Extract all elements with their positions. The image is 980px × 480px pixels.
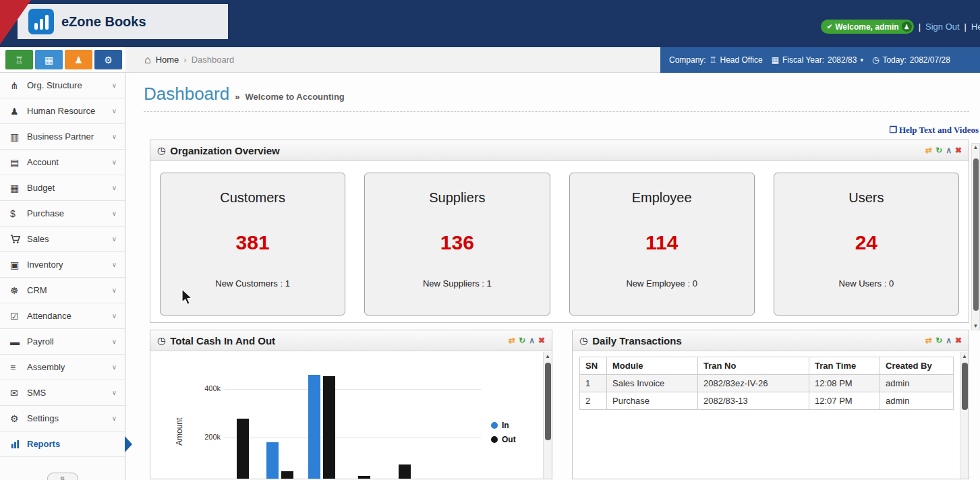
close-icon[interactable]: ✖ <box>955 146 962 155</box>
sidebar-item-settings[interactable]: ⚙ Settings ∨ <box>0 406 125 431</box>
sidebar-item-account[interactable]: ▤ Account ∨ <box>0 150 125 175</box>
page-heading: Dashboard » Welcome to Accounting <box>144 84 969 104</box>
users-button[interactable]: ♟ <box>65 50 92 69</box>
divider: | <box>964 22 967 32</box>
sidebar-item-budget[interactable]: ▦ Budget ∨ <box>0 175 125 201</box>
collapse-icon[interactable]: ∧ <box>529 336 535 345</box>
chevron-down-icon: ▾ <box>860 57 863 63</box>
table-header-cell: Created By <box>880 357 954 375</box>
scrollbar-thumb[interactable] <box>545 363 551 440</box>
sidebar-item-label: Org. Structure <box>27 80 112 90</box>
refresh-icon[interactable]: ↻ <box>935 336 942 345</box>
close-icon[interactable]: ✖ <box>955 336 962 345</box>
sidebar-item-label: Settings <box>27 413 112 423</box>
scroll-down-icon[interactable]: ▼ <box>972 323 979 329</box>
chart-bar-out <box>358 476 370 479</box>
sidebar-item-inventory[interactable]: ▣ Inventory ∨ <box>0 252 125 278</box>
sidebar-item-purchase[interactable]: $ Purchase ∨ <box>0 201 125 227</box>
sidebar-item-sales[interactable]: Sales ∨ <box>0 227 125 252</box>
sidebar-item-business-partner[interactable]: ▥ Business Partner ∨ <box>0 124 125 150</box>
bank-button[interactable]: ♖ <box>5 50 33 69</box>
legend-dot-out <box>491 436 498 443</box>
scroll-up-icon[interactable]: ▲ <box>972 144 979 150</box>
chart-legend: In Out <box>491 421 516 444</box>
chevron-down-icon: ∨ <box>112 338 117 345</box>
breadcrumb-home[interactable]: Home <box>156 55 179 65</box>
card-title: Suppliers <box>365 190 549 206</box>
stat-cards: Customers 381 New Customers : 1 Supplier… <box>150 161 969 322</box>
scroll-up-icon[interactable]: ▲ <box>544 353 552 359</box>
settings-button[interactable]: ⚙ <box>94 50 122 69</box>
chevron-down-icon: ∨ <box>112 210 117 217</box>
close-icon[interactable]: ✖ <box>538 336 545 345</box>
business-partner-icon: ▥ <box>10 131 27 142</box>
card-note: New Customers : 1 <box>161 278 345 289</box>
sidebar-item-sms[interactable]: ✉ SMS ∨ <box>0 380 125 406</box>
fiscal-year-dropdown[interactable]: ▦ Fiscal Year: 2082/83 ▾ <box>772 55 863 65</box>
sidebar-item-org-structure[interactable]: ⋔ Org. Structure ∨ <box>0 73 125 98</box>
daily-transactions-panel: ◷ Daily Transactions ⇄ ↻ ∧ ✖ <box>572 330 969 479</box>
main-content: Dashboard » Welcome to Accounting ❒Help … <box>125 73 980 480</box>
clock-icon: ◷ <box>872 55 879 65</box>
card-value: 114 <box>570 231 754 254</box>
refresh-icon[interactable]: ↻ <box>519 336 525 345</box>
table-header-cell: Tran No <box>698 357 809 375</box>
stat-card-suppliers: Suppliers 136 New Suppliers : 1 <box>364 173 550 316</box>
chevron-down-icon: ∨ <box>112 287 117 294</box>
chevron-down-icon: ∨ <box>112 158 117 166</box>
chevron-down-icon: ∨ <box>112 389 117 396</box>
chart-bar-in <box>266 442 279 479</box>
sidebar-item-label: Sales <box>27 234 112 244</box>
panel-title: Total Cash In And Out <box>170 335 504 347</box>
user-icon: ♟ <box>902 22 912 32</box>
sidebar-item-crm[interactable]: ☸ CRM ∨ <box>0 278 125 303</box>
sidebar-item-reports[interactable]: Reports <box>0 431 125 457</box>
reports-icon <box>10 439 27 449</box>
sidebar-item-payroll[interactable]: ▬ Payroll ∨ <box>0 329 125 355</box>
card-note: New Users : 0 <box>774 278 958 289</box>
main-scrollbar[interactable]: ▲ ▼ <box>971 143 980 330</box>
sidebar-item-label: Reports <box>27 439 125 449</box>
table-cell: 12:07 PM <box>809 392 880 410</box>
calendar-icon: ▦ <box>45 55 53 65</box>
gears-icon: ⚙ <box>104 55 113 65</box>
card-note: New Employee : 0 <box>570 278 754 289</box>
arrows-icon[interactable]: ⇄ <box>925 146 932 155</box>
sidebar-item-label: Human Resource <box>27 106 112 116</box>
table-scrollbar[interactable]: ▲ <box>960 352 969 479</box>
sales-cart-icon <box>10 234 27 244</box>
arrows-icon[interactable]: ⇄ <box>509 336 515 345</box>
help-link[interactable]: Help <box>971 22 980 32</box>
scrollbar-thumb[interactable] <box>962 363 968 410</box>
chevron-down-icon: ∨ <box>112 415 117 422</box>
collapse-icon[interactable]: ∧ <box>946 146 952 155</box>
chart-bar-out <box>399 464 411 479</box>
chevron-down-icon: ∨ <box>112 184 117 191</box>
legend-label: Out <box>502 435 516 444</box>
bottom-panels: ◷ Total Cash In And Out ⇄ ↻ ∧ ✖ Amount 4… <box>150 330 969 479</box>
sidebar-collapse-button[interactable]: « <box>47 473 78 480</box>
sidebar-item-human-resource[interactable]: ♟ Human Resource ∨ <box>0 98 125 124</box>
scrollbar-thumb[interactable] <box>973 158 979 311</box>
calendar-button[interactable]: ▦ <box>35 50 63 69</box>
chart-gridline <box>225 389 481 390</box>
chevron-down-icon: ∨ <box>112 133 117 140</box>
sidebar-item-assembly[interactable]: ≡ Assembly ∨ <box>0 355 125 380</box>
collapse-icon[interactable]: ∧ <box>946 336 952 345</box>
panel-header: ◷ Daily Transactions ⇄ ↻ ∧ ✖ <box>573 330 969 351</box>
help-text-videos-link[interactable]: ❒Help Text and Videos <box>889 125 979 135</box>
legend-item-out: Out <box>491 435 516 444</box>
sidebar-item-attendance[interactable]: ☑ Attendance ∨ <box>0 303 125 329</box>
budget-icon: ▦ <box>10 183 27 193</box>
today-info: ◷ Today: 2082/07/28 <box>872 55 950 65</box>
arrows-icon[interactable]: ⇄ <box>925 336 932 345</box>
refresh-icon[interactable]: ↻ <box>935 146 942 155</box>
quick-toolbar: ♖ ▦ ♟ ⚙ <box>0 47 125 73</box>
company-label: Company: <box>669 55 706 65</box>
chart-tick-label: 400k <box>192 384 221 392</box>
sidebar-item-label: Purchase <box>27 208 112 218</box>
sign-out-link[interactable]: Sign Out <box>925 22 960 32</box>
scroll-up-icon[interactable]: ▲ <box>960 353 969 359</box>
fiscal-label: Fiscal Year: <box>782 55 824 65</box>
chart-scrollbar[interactable]: ▲ <box>543 352 552 479</box>
